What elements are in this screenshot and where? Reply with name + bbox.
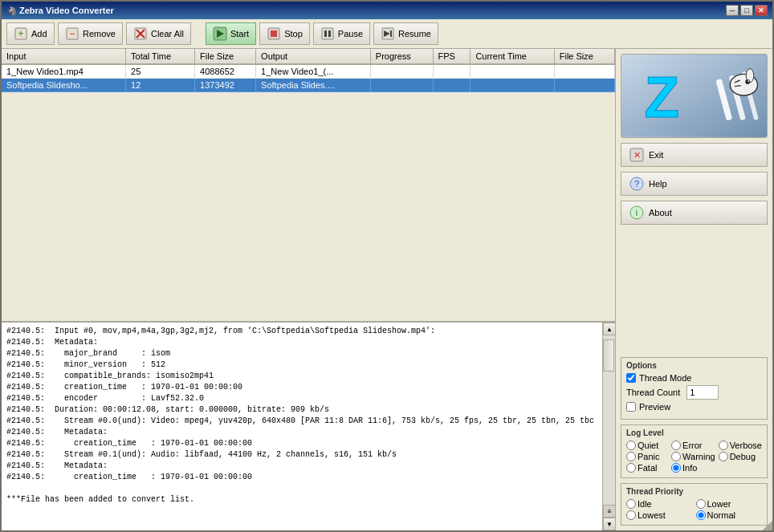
window-title: Zebra Video Converter xyxy=(19,6,726,15)
scroll-down-button[interactable]: ▼ xyxy=(603,518,616,530)
svg-rect-11 xyxy=(322,28,333,39)
resume-label: Resume xyxy=(398,29,431,39)
log-info-row: Info xyxy=(671,463,715,473)
thread-priority-legend: Thread Priority xyxy=(626,487,762,496)
priority-idle-row: Idle xyxy=(626,499,693,509)
svg-text:✕: ✕ xyxy=(633,150,641,160)
svg-rect-13 xyxy=(328,30,331,37)
log-debug-row: Debug xyxy=(719,452,762,461)
main-window: 🦓 Zebra Video Converter ─ □ ✕ + Add − xyxy=(0,0,774,532)
pause-button[interactable]: Pause xyxy=(313,22,370,45)
add-icon: + xyxy=(14,26,28,41)
svg-text:−: − xyxy=(69,28,75,39)
log-fatal-row: Fatal xyxy=(626,463,668,473)
minimize-button[interactable]: ─ xyxy=(726,5,739,16)
log-error-row: Error xyxy=(671,441,715,450)
table-row[interactable]: Softpedia Slidesho...121373492Softpedia … xyxy=(2,79,615,92)
log-error-radio[interactable] xyxy=(671,441,681,450)
exit-label: Exit xyxy=(649,150,663,160)
log-warning-label: Warning xyxy=(682,452,715,461)
log-fatal-radio[interactable] xyxy=(626,463,636,473)
stop-icon xyxy=(267,26,281,41)
log-text[interactable]: #2140.5: Input #0, mov,mp4,m4a,3gp,3g2,m… xyxy=(2,323,602,530)
resume-button[interactable]: Resume xyxy=(373,22,438,45)
thread-count-input[interactable] xyxy=(686,385,719,400)
preview-checkbox[interactable] xyxy=(626,402,636,412)
maximize-button[interactable]: □ xyxy=(740,5,753,16)
about-button[interactable]: i About xyxy=(621,201,768,225)
priority-idle-radio[interactable] xyxy=(626,499,636,509)
logo-area: Z xyxy=(621,54,768,138)
stop-button[interactable]: Stop xyxy=(259,22,310,45)
scroll-up-button[interactable]: ▲ xyxy=(603,323,616,335)
titlebar: 🦓 Zebra Video Converter ─ □ ✕ xyxy=(2,2,772,19)
toolbar: + Add − Remove Clear All xyxy=(2,19,772,49)
remove-label: Remove xyxy=(83,29,116,39)
log-quiet-row: Quiet xyxy=(626,441,668,450)
main-content: Input Total Time File Size Output Progre… xyxy=(2,49,772,530)
thread-count-row: Thread Count xyxy=(626,385,762,400)
file-table[interactable]: Input Total Time File Size Output Progre… xyxy=(2,49,615,322)
resize-handle[interactable] xyxy=(763,521,772,530)
col-file-size: File Size xyxy=(195,49,256,64)
remove-button[interactable]: − Remove xyxy=(58,22,123,45)
clear-all-button[interactable]: Clear All xyxy=(126,22,191,45)
table-row[interactable]: 1_New Video1.mp42540886521_New Video1_(.… xyxy=(2,64,615,79)
about-icon: i xyxy=(629,205,644,220)
scrollbar-track[interactable] xyxy=(603,335,615,505)
exit-icon: ✕ xyxy=(629,148,644,162)
preview-row: Preview xyxy=(626,402,762,412)
priority-normal-row: Normal xyxy=(696,510,763,520)
thread-mode-checkbox[interactable] xyxy=(626,373,636,383)
exit-button[interactable]: ✕ Exit xyxy=(621,143,768,167)
log-level-legend: Log Level xyxy=(626,428,762,437)
thread-mode-row: Thread Mode xyxy=(626,373,762,383)
help-label: Help xyxy=(649,179,667,189)
add-label: Add xyxy=(31,29,47,39)
svg-rect-16 xyxy=(390,30,392,37)
options-legend: Options xyxy=(626,361,762,370)
priority-lowest-radio[interactable] xyxy=(626,510,636,520)
svg-line-27 xyxy=(735,86,741,87)
priority-lower-label: Lower xyxy=(707,499,731,509)
col-total-time: Total Time xyxy=(126,49,195,64)
col-output: Output xyxy=(256,49,371,64)
scrollbar-thumb[interactable] xyxy=(603,339,614,372)
close-button[interactable]: ✕ xyxy=(755,5,768,16)
priority-normal-radio[interactable] xyxy=(696,510,706,520)
log-panic-row: Panic xyxy=(626,452,668,461)
start-button[interactable]: Start xyxy=(206,22,256,45)
resume-icon xyxy=(381,26,395,41)
left-panel: Input Total Time File Size Output Progre… xyxy=(2,49,616,530)
thread-mode-label: Thread Mode xyxy=(639,373,691,383)
add-button[interactable]: + Add xyxy=(6,22,55,45)
titlebar-buttons: ─ □ ✕ xyxy=(726,5,768,16)
svg-point-24 xyxy=(745,79,750,84)
priority-normal-label: Normal xyxy=(707,510,735,520)
log-panic-radio[interactable] xyxy=(626,452,636,461)
log-info-radio[interactable] xyxy=(671,463,681,473)
remove-icon: − xyxy=(65,26,79,41)
logo-svg: Z xyxy=(621,54,767,138)
log-debug-label: Debug xyxy=(730,452,756,461)
svg-text:?: ? xyxy=(634,179,639,189)
svg-text:+: + xyxy=(18,28,23,39)
thread-priority-box: Thread Priority Idle Lower Lowest xyxy=(621,483,768,526)
start-icon xyxy=(213,26,227,41)
help-button[interactable]: ? Help xyxy=(621,172,768,196)
svg-rect-10 xyxy=(271,30,277,37)
log-debug-radio[interactable] xyxy=(719,452,728,461)
log-error-label: Error xyxy=(682,441,702,450)
scroll-grip-button[interactable]: ≡ xyxy=(603,505,616,518)
log-verbose-radio[interactable] xyxy=(719,441,728,450)
log-warning-radio[interactable] xyxy=(671,452,681,461)
priority-lowest-row: Lowest xyxy=(626,510,693,520)
log-quiet-radio[interactable] xyxy=(626,441,636,450)
log-quiet-label: Quiet xyxy=(638,441,658,450)
col-current-time: Current Time xyxy=(471,49,554,64)
svg-point-25 xyxy=(748,80,749,82)
log-verbose-row: Verbose xyxy=(719,441,762,450)
app-icon: 🦓 xyxy=(6,6,16,15)
priority-lower-radio[interactable] xyxy=(696,499,706,509)
z-logo: Z xyxy=(621,55,767,137)
